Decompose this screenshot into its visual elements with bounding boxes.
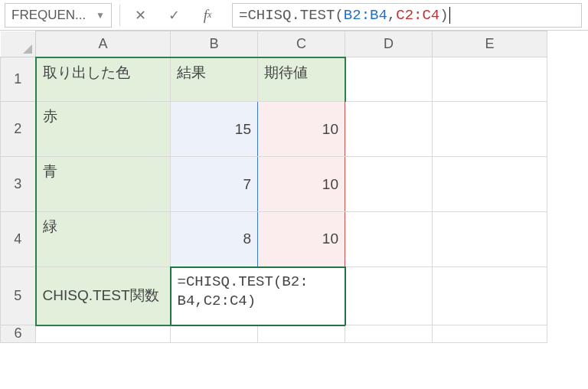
cell-B3[interactable]: 7 (171, 157, 258, 212)
cell-A5[interactable]: CHISQ.TEST関数 (36, 267, 171, 325)
row-header-5[interactable]: 5 (1, 267, 36, 325)
cell-A6[interactable] (36, 325, 171, 343)
row-6: 6 (1, 325, 547, 343)
row-header-6[interactable]: 6 (1, 325, 36, 343)
cell-D1[interactable] (345, 57, 433, 102)
cell-B1[interactable]: 結果 (171, 57, 258, 102)
col-header-B[interactable]: B (171, 31, 258, 57)
row-3: 3 青 7 10 (1, 157, 547, 212)
cancel-icon[interactable]: ✕ (126, 3, 154, 28)
cell-D5[interactable] (345, 267, 433, 325)
cell-C6[interactable] (258, 325, 345, 343)
row-header-2[interactable]: 2 (1, 102, 36, 157)
formula-bar: FREQUEN... ▼ ✕ ✓ fx =CHISQ.TEST(B2:B4,C2… (0, 0, 588, 31)
row-5: 5 CHISQ.TEST関数 =CHISQ.TEST(B2: B4,C2:C4) (1, 267, 547, 325)
formula-input[interactable]: =CHISQ.TEST(B2:B4,C2:C4) (232, 3, 582, 28)
cell-A2[interactable]: 赤 (36, 102, 171, 157)
editing-line1: =CHISQ.TEST(B2: (178, 273, 309, 290)
confirm-icon[interactable]: ✓ (160, 3, 188, 28)
cell-D6[interactable] (345, 325, 433, 343)
col-header-D[interactable]: D (345, 31, 433, 57)
col-header-C[interactable]: C (258, 31, 345, 57)
cell-C4[interactable]: 10 (258, 212, 345, 267)
cell-E2[interactable] (433, 102, 547, 157)
cell-D2[interactable] (345, 102, 433, 157)
cell-A1[interactable]: 取り出した色 (36, 57, 171, 102)
formula-sep: , (387, 7, 396, 24)
formula-suffix: ) (439, 7, 448, 24)
row-4: 4 緑 8 10 (1, 212, 547, 267)
text-caret (449, 7, 450, 24)
cell-D4[interactable] (345, 212, 433, 267)
name-box-text: FREQUEN... (11, 8, 86, 23)
cell-E4[interactable] (433, 212, 547, 267)
row-header-3[interactable]: 3 (1, 157, 36, 212)
row-header-4[interactable]: 4 (1, 212, 36, 267)
cell-C2[interactable]: 10 (258, 102, 345, 157)
cell-B2[interactable]: 15 (171, 102, 258, 157)
cell-C3[interactable]: 10 (258, 157, 345, 212)
name-box[interactable]: FREQUEN... ▼ (5, 3, 112, 28)
cell-B5-editing[interactable]: =CHISQ.TEST(B2: B4,C2:C4) (171, 267, 345, 325)
cell-E3[interactable] (433, 157, 547, 212)
cell-E5[interactable] (433, 267, 547, 325)
fx-icon[interactable]: fx (194, 3, 221, 28)
cell-B6[interactable] (171, 325, 258, 343)
col-header-E[interactable]: E (433, 31, 547, 57)
cell-A4[interactable]: 緑 (36, 212, 171, 267)
formula-arg2: C2:C4 (396, 7, 439, 24)
editing-line2: B4,C2:C4) (178, 293, 256, 309)
column-header-row: A B C D E (1, 31, 547, 57)
row-2: 2 赤 15 10 (1, 102, 547, 157)
cell-E6[interactable] (433, 325, 547, 343)
grid: A B C D E 1 取り出した色 結果 期待値 2 赤 15 10 3 青 … (0, 31, 547, 343)
formula-arg1: B2:B4 (344, 7, 387, 24)
row-1: 1 取り出した色 結果 期待値 (1, 57, 547, 102)
cell-C1[interactable]: 期待値 (258, 57, 345, 102)
cell-D3[interactable] (345, 157, 433, 212)
row-header-1[interactable]: 1 (1, 57, 36, 102)
chevron-down-icon: ▼ (96, 10, 105, 21)
cell-B4[interactable]: 8 (171, 212, 258, 267)
select-all-corner[interactable] (1, 31, 36, 57)
col-header-A[interactable]: A (36, 31, 171, 57)
cell-E1[interactable] (433, 57, 547, 102)
cell-A3[interactable]: 青 (36, 157, 171, 212)
divider (119, 5, 120, 26)
spreadsheet[interactable]: A B C D E 1 取り出した色 結果 期待値 2 赤 15 10 3 青 … (0, 31, 588, 343)
formula-part: =CHISQ.TEST( (239, 7, 344, 24)
